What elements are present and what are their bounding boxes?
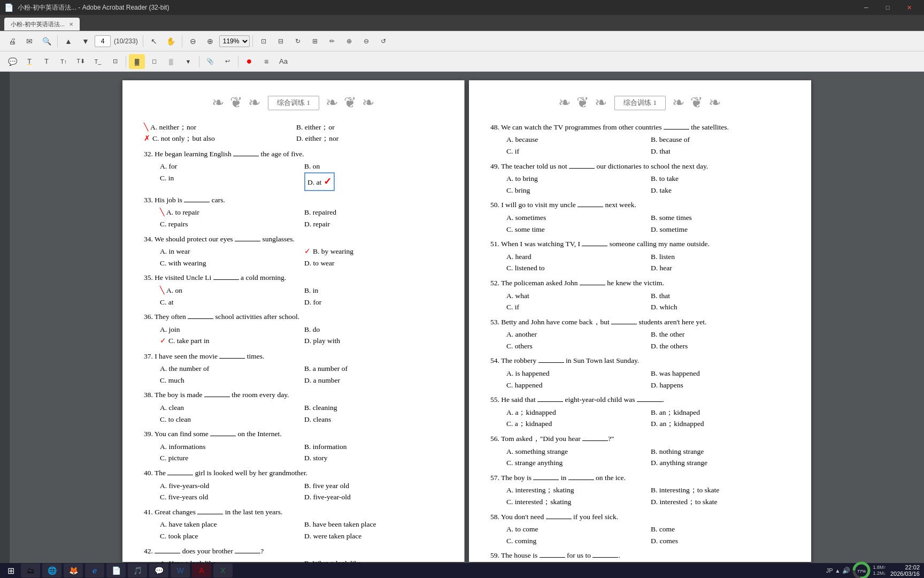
zoom-select[interactable]: 119% 100% 75% 150% [219,35,250,47]
sep3 [182,35,182,47]
text-tool-button[interactable]: T [38,54,55,69]
taskbar-documents[interactable]: 📄 [106,564,126,577]
tool5[interactable]: ⊖ [358,34,374,49]
start-button[interactable]: ⊞ [2,564,19,577]
highlight-text-button[interactable]: T [21,54,37,69]
sep2 [143,35,143,47]
network-circle[interactable]: 77% [852,561,871,578]
q55-a: A. a；kidnapped [506,407,645,419]
highlight-tool-button[interactable]: ▓ [129,54,145,69]
stamp-button[interactable]: ▼ [180,54,196,69]
q57-d: D. interested；to skate [651,496,790,508]
page-number-input[interactable] [95,35,111,47]
q54-blank [538,362,564,363]
rotate-button[interactable]: ↻ [290,34,306,49]
tab-label: 小粉-初中英语语法... [11,20,65,28]
select-tool-button[interactable]: ↖ [146,34,162,49]
taskbar-wechat[interactable]: 💬 [149,564,168,577]
q33-a: ╲ A. to repair [160,207,299,218]
tab-close-button[interactable]: ✕ [69,21,73,27]
pdf-area[interactable]: ❧ ❦ ❧ 综合训练 1 ❧ ❦ ❧ ╲ A. neither；nor B. e… [10,72,924,563]
opt-text: A. neither；nor [150,121,196,133]
upload-speed: 1.8M↑ [873,565,886,571]
sticky-note-button[interactable]: 💬 [4,54,20,69]
q51-b: B. listen [651,251,790,263]
q54-b: B. was happened [651,368,790,379]
q53-c: C. others [506,340,645,352]
q38-a: A. clean [160,402,299,414]
maximize-button[interactable]: □ [877,0,898,15]
red-color-button[interactable]: ● [241,54,257,69]
tool4[interactable]: ⊕ [341,34,357,49]
hand-tool-button[interactable]: ✋ [163,34,179,49]
tool3[interactable]: ✏ [324,34,340,49]
typewriter-button[interactable]: T⬇ [73,54,89,69]
q56-b: B. nothing strange [651,446,790,458]
q51-a: A. heard [506,251,645,263]
q56-blank [582,440,608,441]
search-button[interactable]: 🔍 [38,34,55,49]
undo-button[interactable]: ↩ [219,54,235,69]
eraser-button[interactable]: ◻ [146,54,162,69]
taskbar-excel[interactable]: X [213,564,233,577]
navigation-toolbar: 🖨 ✉ 🔍 ▲ ▼ (10/233) ↖ ✋ ⊖ ⊕ 119% 100% 75%… [0,31,924,51]
email-button[interactable]: ✉ [21,34,37,49]
q36-b: B. do [304,324,443,336]
q36-a: A. join [160,324,299,336]
q38-options: A. clean B. cleaning C. to clean D. clea… [144,402,443,425]
lines-button[interactable]: ≡ [258,54,274,69]
fill-sign-button[interactable]: ▒ [163,54,179,69]
q40-b: B. five year old [304,480,443,492]
prev-page-button[interactable]: ▲ [60,34,76,49]
q38-b: B. cleaning [304,402,443,414]
more-tools-button[interactable]: ⊞ [307,34,323,49]
taskbar-music[interactable]: 🎵 [128,564,147,577]
q55-options: A. a；kidnapped B. an；kidnaped C. a；kidna… [490,407,790,430]
q32-c: C. in [160,172,299,191]
attach-button[interactable]: 📎 [202,54,218,69]
q36-c-check: ✓ [160,335,166,347]
q39-d: D. story [304,452,443,464]
q59-blank1 [540,557,565,558]
print-button[interactable]: 🖨 [4,34,20,49]
text-box-button[interactable]: T_ [90,54,106,69]
taskbar-acrobat[interactable]: A [192,564,211,577]
q49-text: 49. The teacher told us not our dictiona… [490,161,790,172]
q48-c: C. if [506,146,645,157]
taskbar-volume[interactable]: 🔊 [842,567,850,574]
zoom-out-button[interactable]: ⊖ [185,34,201,49]
q55-d: D. an；kidnapped [651,418,790,430]
q42-b: B. What；look like [304,558,443,563]
right-ornament-right: ❧ ❦ ❧ [672,91,722,115]
font-button[interactable]: Aa [275,54,291,69]
q33-d: D. repair [304,218,443,230]
next-page-button[interactable]: ▼ [78,34,94,49]
q51-options: A. heard B. listen C. listened to D. hea… [490,251,790,274]
left-ornament-right: ❧ ❦ ❧ [326,91,375,115]
option-d-either-nor: D. either；nor [296,133,443,144]
tool6[interactable]: ↺ [375,34,391,49]
fit-width-button[interactable]: ⊟ [273,34,289,49]
q41-blank [197,514,223,514]
q40-text: 40. The girl is looked well by her grand… [144,467,443,479]
q56-options: A. something strange B. nothing strange … [490,446,790,469]
minimize-button[interactable]: ─ [856,0,877,15]
taskbar-browser[interactable]: 🌐 [42,564,61,577]
q39-options: A. informations B. information C. pictur… [144,441,443,464]
text-box2-button[interactable]: ⊡ [107,54,123,69]
taskbar-ie[interactable]: ℯ [85,564,104,577]
q41-d: D. were taken place [304,530,443,542]
q58-b: B. come [651,523,790,535]
pdf-tab[interactable]: 小粉-初中英语语法... ✕ [4,18,80,31]
taskbar-fileexplorer[interactable]: 🗂 [21,564,40,577]
sep5 [126,56,126,67]
q54-text: 54. The robbery in Sun Town last Sunday. [490,355,790,367]
callout-tool-button[interactable]: T↑ [56,54,72,69]
taskbar-word[interactable]: W [171,564,190,577]
fit-page-button[interactable]: ⊡ [256,34,272,49]
zoom-in-button[interactable]: ⊕ [202,34,218,49]
network-speeds: 1.8M↑ 1.2M↓ [873,565,886,576]
q35-d: D. for [304,296,443,308]
taskbar-firefox[interactable]: 🦊 [64,564,83,577]
close-button[interactable]: ✕ [898,0,920,15]
